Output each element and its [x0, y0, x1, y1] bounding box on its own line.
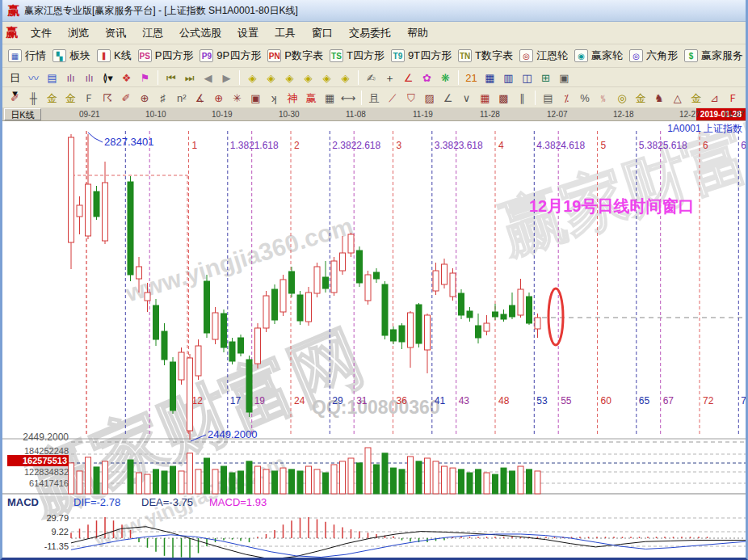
bars9-icon[interactable]: ılı	[81, 69, 98, 86]
shen-tool-icon[interactable]: 神	[284, 90, 301, 106]
menu-item-6[interactable]: 设置	[229, 23, 267, 42]
save-icon[interactable]: ◫	[519, 69, 536, 86]
menu-item-7[interactable]: 工具	[267, 23, 304, 42]
gold-grid2-icon[interactable]: 金	[62, 90, 79, 106]
gann-diamond-icon[interactable]: ◈	[300, 69, 317, 86]
percent2-icon[interactable]: ﹪	[595, 90, 612, 106]
candle-style-icon[interactable]: ≬▾	[99, 69, 116, 86]
spiral-tool-icon[interactable]: ☈	[99, 90, 116, 106]
notes-icon[interactable]: ▥	[500, 69, 517, 86]
ying-tool-icon[interactable]: 赢	[303, 90, 320, 106]
parallel-icon[interactable]: ∥	[514, 90, 531, 106]
hand-tool-icon[interactable]: ✍	[363, 69, 380, 86]
menu-item-8[interactable]: 窗口	[304, 23, 341, 42]
percent-line-icon[interactable]: ⁒	[558, 90, 575, 106]
menu-item-3[interactable]: 资讯	[97, 23, 134, 42]
toolbar-button-9P四方形[interactable]: P99P四方形	[200, 48, 261, 63]
toolbar-button-六角形[interactable]: ◎六角形	[629, 48, 678, 63]
grid-tool-icon[interactable]: ╫	[25, 90, 42, 106]
export-icon[interactable]: ⊞	[537, 69, 554, 86]
last-bar-icon[interactable]: ⏭	[181, 69, 198, 86]
svg-text:2449.2000: 2449.2000	[23, 432, 69, 443]
period-selector[interactable]: 日▾	[6, 69, 23, 86]
dense-grid-icon[interactable]: ▩	[495, 90, 512, 106]
red-grid-icon[interactable]: ▦	[477, 90, 494, 106]
brush-tool-icon[interactable]: ✐	[118, 90, 135, 106]
menu-item-1[interactable]: 文件	[23, 23, 60, 42]
toolbar-button-江恩轮[interactable]: ◎江恩轮	[519, 48, 568, 63]
toolbar-button-板块[interactable]: ▚板块	[53, 48, 90, 63]
triangle-icon[interactable]: △	[669, 90, 686, 106]
toolbar-chip-icon: ◎	[629, 49, 643, 62]
crosshair-icon[interactable]: ＋	[381, 69, 398, 86]
prev-bar-icon[interactable]: ◀	[200, 69, 216, 86]
shade-box-icon[interactable]: ▨	[421, 90, 438, 106]
svg-text:3.618: 3.618	[459, 140, 483, 151]
wedge-icon[interactable]: ⊿	[706, 90, 723, 106]
trend-angle-icon[interactable]: ∠	[439, 90, 456, 106]
target-icon[interactable]: ⊕	[210, 90, 227, 106]
menu-item-10[interactable]: 帮助	[399, 23, 436, 42]
toolbar-button-赢家服务[interactable]: $赢家服务	[684, 48, 743, 63]
angle2-icon[interactable]: ∡	[191, 90, 208, 106]
fib2-icon[interactable]: Ｆ	[725, 90, 742, 106]
toolbar-chip-icon: PN	[267, 49, 281, 62]
draw-tool-icon[interactable]: ✐	[6, 90, 23, 106]
box-tool-icon[interactable]: ▣	[247, 90, 264, 106]
menu-items: 文件浏览资讯江恩公式选股设置工具窗口交易委托帮助	[23, 25, 436, 40]
toolbar-button-K线[interactable]: ⫼K线	[97, 48, 132, 63]
gann-diamond-icon[interactable]: ◈	[318, 69, 335, 86]
width-tool-icon[interactable]: ⟷	[340, 90, 357, 106]
gann-diamond-icon[interactable]: ◈	[281, 69, 298, 86]
knight-tool-icon[interactable]: ♞	[650, 90, 667, 106]
wheel-tool-icon[interactable]: ⊕	[136, 90, 153, 106]
calculator-icon[interactable]: ▦	[481, 69, 498, 86]
toolbar-button-行情[interactable]: ▦行情	[8, 48, 46, 63]
toolbar-button-P四方形[interactable]: PSP四方形	[138, 48, 194, 63]
curve-tool-icon[interactable]: 〰	[25, 69, 42, 86]
svg-text:48: 48	[498, 395, 510, 406]
toolbar-button-P数字表[interactable]: PNP数字表	[267, 48, 323, 63]
list-view-icon[interactable]: ▤	[44, 69, 61, 86]
frame-tool-icon[interactable]: 且	[366, 90, 383, 106]
levels-icon[interactable]: ▤	[540, 90, 557, 106]
gann-diamond-icon[interactable]: ◈	[244, 69, 261, 86]
percent-icon[interactable]: %	[577, 90, 594, 106]
angle-tool-icon[interactable]: ∠	[400, 69, 417, 86]
menu-item-2[interactable]: 浏览	[60, 23, 97, 42]
svg-text:184252248: 184252248	[24, 446, 69, 456]
first-bar-icon[interactable]: ⏮	[162, 69, 179, 86]
bars3-icon[interactable]: ılı	[62, 69, 79, 86]
fib-tool-icon[interactable]: Ｆ	[81, 90, 98, 106]
gold-circle-icon[interactable]: ◎	[614, 90, 631, 106]
ray-fan-icon[interactable]: ⟋	[384, 90, 401, 106]
gann-diamond-icon[interactable]: ◈	[263, 69, 279, 86]
print-icon[interactable]: ▣	[556, 69, 573, 86]
grid123-icon[interactable]: ▦	[321, 90, 338, 106]
svg-text:2.618: 2.618	[356, 140, 380, 151]
gold-grid-icon[interactable]: 金	[44, 90, 61, 106]
gold2-icon[interactable]: 金	[687, 90, 704, 106]
menu-item-5[interactable]: 公式选股	[171, 23, 229, 42]
lines-tool-icon[interactable]: ♯	[154, 90, 171, 106]
fan-box-icon[interactable]: ⛉	[402, 90, 419, 106]
toolbar-button-T数字表[interactable]: TNT数字表	[458, 48, 513, 63]
star-tool-icon[interactable]: ✳	[229, 90, 246, 106]
toolbar-button-T四方形[interactable]: TST四方形	[330, 48, 385, 63]
flower-tool-icon[interactable]: ✿	[418, 69, 435, 86]
flag-icon[interactable]: ⚑	[137, 69, 153, 86]
kline-chart[interactable]: www.yingjia360.com赢家财富网赢家财富网www.yingjia3…	[2, 121, 746, 560]
gann-diamond-icon[interactable]: ◈	[337, 69, 354, 86]
brain-tool-icon[interactable]: ❋	[437, 69, 454, 86]
calendar-icon[interactable]: 21	[463, 69, 480, 86]
toolbar-button-9T四方形[interactable]: T99T四方形	[391, 48, 452, 63]
k-tool-icon[interactable]: ʞ	[266, 90, 283, 106]
menu-item-9[interactable]: 交易委托	[341, 23, 399, 42]
gold-line-icon[interactable]: 金	[632, 90, 649, 106]
square-num-icon[interactable]: n²	[173, 90, 190, 106]
pattern-icon[interactable]: ❖	[118, 69, 135, 86]
toolbar-button-赢家轮[interactable]: ◉赢家轮	[574, 48, 623, 63]
v-line-icon[interactable]: ∨	[458, 90, 475, 106]
menu-item-4[interactable]: 江恩	[134, 23, 171, 42]
next-bar-icon[interactable]: ▶	[218, 69, 235, 86]
